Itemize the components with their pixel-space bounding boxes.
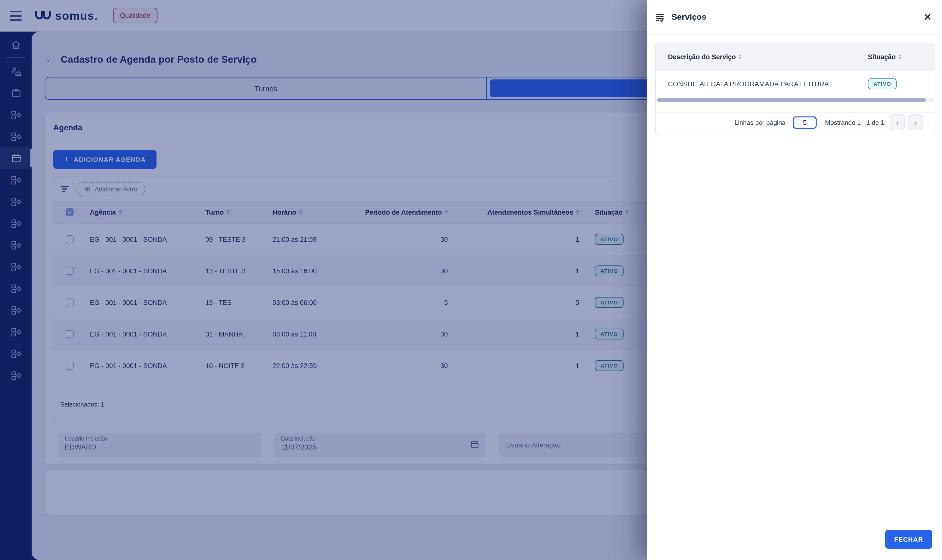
- rows-per-page-label: Linhas por página: [734, 118, 785, 126]
- pagination-divider: [656, 112, 934, 112]
- next-page-button[interactable]: ›: [908, 114, 923, 130]
- list-check-icon: [655, 13, 664, 23]
- close-icon[interactable]: ✕: [921, 10, 934, 24]
- sort-icon: [899, 54, 902, 60]
- service-description: CONSULTAR DATA PROGRAMADA PARA LEITURA: [668, 80, 829, 88]
- pagination-bar: Linhas por página Mostrando 1 - 1 de 1 ‹…: [656, 114, 934, 130]
- services-table-header: Descrição do Serviço Situação: [656, 43, 934, 71]
- previous-page-button[interactable]: ‹: [890, 114, 905, 130]
- horizontal-scrollbar-thumb[interactable]: [657, 98, 926, 102]
- column-header-descricao[interactable]: Descrição do Serviço: [668, 53, 742, 60]
- status-badge: ATIVO: [868, 78, 897, 89]
- drawer-header: Serviços ✕: [647, 0, 942, 35]
- service-row[interactable]: CONSULTAR DATA PROGRAMADA PARA LEITURA A…: [656, 71, 934, 97]
- application-root: somus. Qualidade: [0, 0, 942, 560]
- sort-icon: [739, 54, 742, 60]
- rows-per-page-input[interactable]: [793, 116, 817, 129]
- horizontal-scrollbar-track: [657, 98, 934, 102]
- pagination-range: Mostrando 1 - 1 de 1: [825, 118, 884, 126]
- fechar-button[interactable]: FECHAR: [885, 530, 932, 549]
- column-header-situacao[interactable]: Situação: [868, 53, 902, 60]
- chevron-right-icon: ›: [914, 118, 917, 126]
- drawer-title: Serviços: [671, 12, 706, 22]
- services-table-card: Descrição do Serviço Situação CONSULTAR …: [655, 43, 935, 135]
- servicos-drawer: Serviços ✕ Descrição do Serviço Situação…: [647, 0, 942, 560]
- chevron-left-icon: ‹: [896, 118, 899, 126]
